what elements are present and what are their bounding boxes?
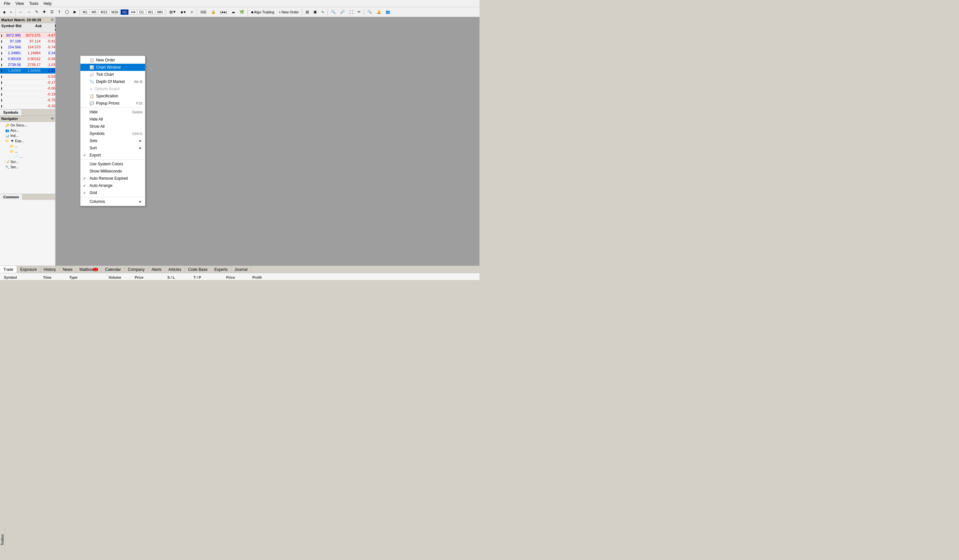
crosshair-btn[interactable]: ✚ bbox=[41, 9, 48, 15]
cm-use-system-colors[interactable]: Use System Colors bbox=[80, 161, 145, 168]
table-row[interactable]: ▶ USDCHF 0.90159 0.90162 -0.58% bbox=[0, 56, 55, 62]
search-btn[interactable]: 🔍 bbox=[365, 9, 374, 15]
tab-exposure[interactable]: Exposure bbox=[17, 266, 41, 273]
wave-btn[interactable]: ∿ bbox=[319, 9, 326, 15]
chart-color-btn[interactable]: ■▼ bbox=[179, 9, 189, 15]
cm-hide[interactable]: Hide Delete bbox=[80, 108, 145, 116]
cm-export[interactable]: ✓ Export bbox=[80, 151, 145, 159]
zoom-fit-btn[interactable]: ⛶ bbox=[347, 9, 355, 15]
table-row[interactable]: ▶ GBPUSD 1.24881 1.24884 0.24% bbox=[0, 50, 55, 56]
tab-experts[interactable]: Experts bbox=[211, 266, 231, 273]
tf-m15[interactable]: M15 bbox=[99, 10, 109, 15]
tab-articles[interactable]: Articles bbox=[165, 266, 185, 273]
back-btn[interactable]: ← bbox=[17, 9, 24, 15]
nav-item[interactable]: 🔧 Ser... bbox=[0, 164, 55, 170]
expand-btn[interactable]: ▶ bbox=[72, 9, 78, 15]
cm-auto-arrange[interactable]: ✓ Auto Arrange bbox=[80, 182, 145, 189]
cm-auto-remove-expired[interactable]: ✓ Auto Remove Expired bbox=[80, 175, 145, 182]
tab-calendar[interactable]: Calendar bbox=[102, 266, 124, 273]
cm-popup-prices[interactable]: 💬 Popup Prices F10 bbox=[80, 100, 145, 107]
nav-item[interactable]: 📄 ... bbox=[0, 154, 55, 159]
nav-item[interactable]: 🔑 Ox Secu... bbox=[0, 123, 55, 128]
shapes-btn[interactable]: ◯ bbox=[63, 9, 71, 15]
nav-item[interactable]: 📝 Scr... bbox=[0, 159, 55, 164]
cm-tick-chart[interactable]: 📈 Tick Chart bbox=[80, 71, 145, 78]
chart-area[interactable]: 📋 New Order 📊 Chart Window 📈 Tick Chart … bbox=[56, 17, 480, 266]
cm-sort[interactable]: Sort ► bbox=[80, 145, 145, 151]
pencil-btn[interactable]: ✎ bbox=[33, 9, 40, 15]
nav-item[interactable]: 📁 ... bbox=[0, 143, 55, 149]
tf-m1[interactable]: M1 bbox=[81, 10, 89, 15]
nav-item[interactable]: 📁 ▼ Exp... bbox=[0, 138, 55, 143]
cm-grid[interactable]: ✓ Grid bbox=[80, 189, 145, 196]
cm-show-all[interactable]: Show All bbox=[80, 123, 145, 130]
cm-sets[interactable]: Sets ► bbox=[80, 137, 145, 145]
tf-h4[interactable]: H4 bbox=[129, 10, 137, 15]
tab-common[interactable]: Common bbox=[0, 194, 22, 200]
indicator-btn[interactable]: ▤ bbox=[304, 9, 311, 15]
lines-btn[interactable]: ☰ bbox=[48, 9, 56, 15]
nav-item[interactable]: 📁 ... bbox=[0, 149, 55, 154]
cm-chart-window[interactable]: 📊 Chart Window bbox=[80, 64, 145, 71]
people-btn[interactable]: 👥 bbox=[384, 9, 392, 15]
table-row[interactable]: ▶ EURUSD 1.04905 1.04906 0.22% bbox=[0, 68, 55, 74]
cm-symbols[interactable]: Symbols Ctrl+U bbox=[80, 130, 145, 137]
algo-trading-btn[interactable]: ■ Algo Trading bbox=[249, 9, 276, 15]
cm-columns[interactable]: Columns ► bbox=[80, 198, 145, 205]
tf-m30[interactable]: M30 bbox=[110, 10, 120, 15]
zoom-out-btn[interactable]: 🔎 bbox=[338, 9, 347, 15]
cm-new-order[interactable]: 📋 New Order bbox=[80, 57, 145, 64]
table-row[interactable]: ▶ CHFJPY -0.16% bbox=[0, 103, 55, 109]
plus-btn[interactable]: + bbox=[8, 9, 14, 15]
table-row[interactable]: ▶ AUDJPY 97.108 97.114 -0.91% bbox=[0, 38, 55, 45]
leaf-btn[interactable]: 🌿 bbox=[237, 9, 246, 15]
volume-btn[interactable]: ▣ bbox=[312, 9, 319, 15]
grid2-btn[interactable]: ✏ bbox=[355, 9, 363, 15]
ide-btn[interactable]: IDE bbox=[198, 9, 208, 15]
tf-mn[interactable]: MN bbox=[156, 10, 164, 15]
table-row[interactable]: ▶ USDCAD -0.03% bbox=[0, 74, 55, 80]
table-row[interactable]: ▶ AUDNZD -0.06% bbox=[0, 86, 55, 91]
notif-btn[interactable]: 🔔 bbox=[374, 9, 383, 15]
tf-d1[interactable]: D1 bbox=[138, 10, 145, 15]
table-row[interactable]: ▶ AUDUSD -0.17% bbox=[0, 80, 55, 86]
tab-mailbox[interactable]: Mailbox 11 bbox=[76, 266, 102, 273]
table-row[interactable]: ▶ AUDCAD -0.19% bbox=[0, 91, 55, 97]
search-input[interactable] bbox=[393, 9, 413, 15]
tf-m5[interactable]: M5 bbox=[90, 10, 98, 15]
table-row[interactable]: ▶ AUDCHF -0.75% bbox=[0, 97, 55, 103]
tab-news[interactable]: News bbox=[59, 266, 76, 273]
cm-show-milliseconds[interactable]: Show Milliseconds bbox=[80, 168, 145, 175]
menu-view[interactable]: View bbox=[13, 1, 27, 6]
tab-alerts[interactable]: Alerts bbox=[148, 266, 165, 273]
cm-hide-all[interactable]: Hide All bbox=[80, 116, 145, 123]
tab-history[interactable]: History bbox=[41, 266, 59, 273]
table-row[interactable]: ▶ ETHUSD 3072.995 3073.575 -4.87% bbox=[0, 33, 55, 38]
cm-depth-of-market[interactable]: 📉 Depth Of Market Alt+B bbox=[80, 78, 145, 85]
new-btn[interactable]: ■ bbox=[1, 9, 8, 15]
table-row[interactable]: ▶ USDJPY 154.566 154.570 -0.74% bbox=[0, 45, 55, 50]
nav-item[interactable]: 👥 Acc... bbox=[0, 128, 55, 133]
text-btn[interactable]: T bbox=[56, 9, 62, 15]
tab-symbols[interactable]: Symbols bbox=[0, 110, 22, 115]
menu-tools[interactable]: Tools bbox=[27, 1, 41, 6]
cloud-btn[interactable]: ☁ bbox=[229, 9, 237, 15]
zoom-in-btn[interactable]: 🔍 bbox=[329, 9, 338, 15]
tab-journal[interactable]: Journal bbox=[231, 266, 251, 273]
signal-btn[interactable]: (●●) bbox=[218, 9, 229, 15]
table-row[interactable]: ▶ XAUUSD 2739.06 2739.17 -1.03% bbox=[0, 62, 55, 68]
tf-h1[interactable]: H1 bbox=[121, 10, 129, 15]
menu-help[interactable]: Help bbox=[41, 1, 54, 6]
tab-company[interactable]: Company bbox=[124, 266, 148, 273]
tab-trade[interactable]: Trade bbox=[0, 266, 17, 273]
chart-type-btn[interactable]: ▤▼ bbox=[167, 9, 178, 15]
menu-file[interactable]: File bbox=[1, 1, 13, 6]
nav-item[interactable]: 📊 Ind... bbox=[0, 133, 55, 138]
new-order-btn[interactable]: + New Order bbox=[277, 9, 301, 15]
tab-codebase[interactable]: Code Base bbox=[185, 266, 211, 273]
chart-period-btn[interactable]: ▻ bbox=[189, 9, 196, 15]
fwd-btn[interactable]: → bbox=[25, 9, 33, 15]
market-watch-close[interactable]: ✕ bbox=[51, 18, 54, 22]
cm-specification[interactable]: 📋 Specification bbox=[80, 92, 145, 100]
navigator-close[interactable]: ✕ bbox=[51, 116, 54, 121]
